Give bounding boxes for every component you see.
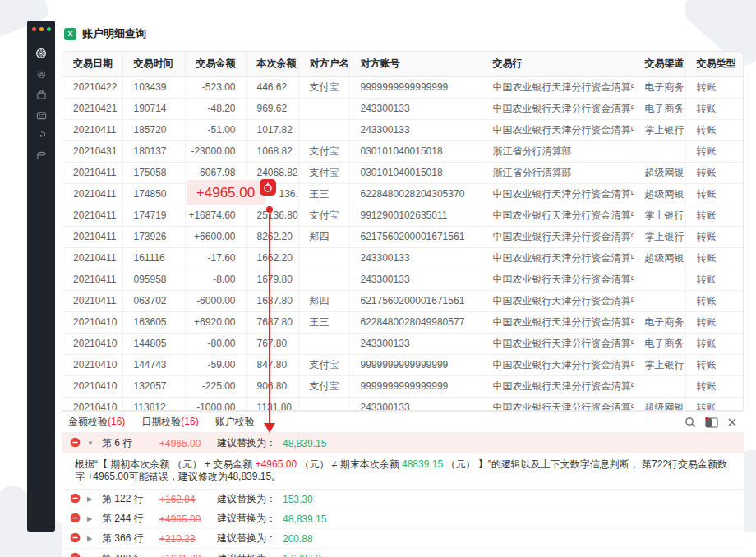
table-row: 20210411174719+16874.6025136.80支付宝991290… (62, 205, 744, 226)
table-cell: 王三 (298, 311, 349, 333)
table-cell: 转账 (685, 76, 744, 98)
briefcase-icon[interactable] (32, 87, 50, 102)
table-cell: 6217560200001671561 (349, 226, 482, 247)
close-window-dot[interactable] (32, 27, 36, 31)
suggest-label: 建议替换为： (217, 492, 276, 506)
annotation-arrow-head (264, 423, 275, 433)
error-circle-icon (70, 493, 81, 506)
table-row: 20210411095958-8.001679.80243300133中国农业银… (62, 269, 744, 290)
table-cell: 446.62 (246, 76, 298, 98)
sidebar (27, 21, 55, 532)
table-cell: 20210410 (62, 333, 122, 354)
table-cell: 支付宝 (298, 205, 349, 226)
table-cell: 20210410 (62, 354, 122, 375)
table-cell: 063702 (122, 290, 185, 311)
error-suggested-value: 1,678.52 (283, 553, 321, 557)
table-cell: 132057 (122, 375, 185, 397)
table-row: 20210411063702-6000.001687.80郑四621756020… (62, 290, 744, 311)
table-cell: 030101040015018 (349, 162, 482, 183)
table-cell: 969.62 (246, 98, 298, 119)
tab-account-check[interactable]: 账户校验 (215, 415, 255, 429)
search-icon[interactable] (685, 417, 696, 428)
table-cell: 9999999999999999 (349, 76, 482, 98)
error-row[interactable]: ▶第 480 行+1681.29建议替换为：1,678.52 (62, 549, 744, 557)
table-cell: 20210421 (62, 98, 122, 119)
table-cell: 767.80 (246, 333, 298, 354)
table-cell (298, 269, 349, 290)
table-cell: 郑四 (298, 290, 349, 311)
table-cell: 20210411 (62, 269, 122, 290)
table-row: 20210410132057-225.00906.80支付宝9999999999… (62, 375, 744, 397)
table-cell: 转账 (685, 290, 744, 311)
error-suggested-value: 153.30 (283, 494, 313, 505)
table-cell: 支付宝 (298, 375, 349, 397)
table-cell: 1687.80 (246, 290, 298, 311)
caret-down-icon[interactable]: ▼ (87, 440, 95, 447)
minimize-window-dot[interactable] (39, 27, 44, 31)
table-cell: -6000.00 (185, 290, 246, 311)
caret-right-icon[interactable]: ▶ (87, 535, 95, 542)
table-cell (634, 375, 685, 397)
tab-date-check[interactable]: 日期校验(16) (141, 415, 198, 429)
column-header: 交易类型 (685, 52, 744, 76)
caret-right-icon[interactable]: ▶ (87, 515, 95, 522)
table-cell: 超级网银 (634, 183, 685, 205)
table-cell: 144805 (122, 333, 185, 354)
window-traffic-lights (27, 21, 55, 31)
table-row: 20210431180137-23000.001068.82支付宝0301010… (62, 140, 744, 162)
table-cell (298, 98, 349, 119)
table-row: 20210410113812-1000.001131.80243300133中国… (62, 397, 744, 411)
table-body: 20210422103439-523.00446.62支付宝9999999999… (62, 76, 744, 411)
column-header: 对方户名 (298, 52, 349, 76)
table-row: 20210411174850136.80王三622848002820430537… (62, 183, 744, 205)
close-icon[interactable] (727, 417, 737, 427)
caret-right-icon[interactable]: ▶ (87, 495, 95, 503)
table-cell: 中国农业银行天津分行资金清算中心 (482, 247, 634, 269)
table-row: 20210422103439-523.00446.62支付宝9999999999… (62, 76, 744, 98)
table-cell: 20210410 (62, 375, 122, 397)
table-cell: 支付宝 (298, 140, 349, 162)
table-cell: 浙江省分行清算部 (482, 162, 634, 183)
maximize-window-dot[interactable] (47, 27, 51, 31)
table-cell (298, 119, 349, 140)
logo-wheel-icon[interactable] (32, 46, 50, 61)
suggest-label: 建议替换为： (217, 552, 276, 557)
table-cell: 20210410 (62, 311, 122, 333)
table-cell: 转账 (685, 397, 744, 411)
error-row-label: 第 6 行 (102, 436, 150, 450)
shield-icon[interactable] (32, 128, 50, 143)
gear-icon[interactable] (32, 67, 50, 81)
database-icon[interactable] (32, 149, 50, 163)
table-cell: 185720 (122, 119, 185, 140)
error-old-value: +4965.00 (159, 513, 210, 525)
table-cell: 243300133 (349, 247, 482, 269)
error-row[interactable]: ▶第 366 行+210.23建议替换为：200.88 (62, 529, 744, 549)
table-cell (298, 397, 349, 411)
table-cell: 转账 (685, 162, 744, 183)
table-cell: 20210411 (62, 205, 122, 226)
table-cell: 中国农业银行天津分行资金清算中心 (482, 311, 634, 333)
table-cell: 8262.20 (246, 226, 298, 247)
error-row[interactable]: ▼第 6 行+4965.00建议替换为：48,839.15 (62, 433, 744, 453)
panel-toggle-icon[interactable] (705, 417, 718, 428)
table-cell: 113812 (122, 397, 185, 411)
table-cell: 243300133 (349, 98, 482, 119)
error-badge[interactable] (260, 179, 276, 196)
table-cell: 中国农业银行天津分行资金清算中心 (482, 354, 634, 375)
table-cell: 中国农业银行天津分行资金清算中心 (482, 119, 634, 140)
table-cell: 1662.20 (246, 247, 298, 269)
error-row[interactable]: ▶第 122 行+162.84建议替换为：153.30 (62, 490, 744, 509)
table-row: 20210411161116-17.601662.20243300133中国农业… (62, 247, 744, 269)
table-cell: -51.00 (185, 119, 246, 140)
tab-amount-check[interactable]: 金额校验(16) (68, 415, 125, 429)
photo-card-icon[interactable] (32, 108, 50, 122)
error-circle-icon (70, 513, 81, 526)
table-cell: 20210411 (62, 247, 122, 269)
table-cell: 中国农业银行天津分行资金清算中心 (482, 226, 634, 247)
table-cell: 9912900102635011 (349, 205, 482, 226)
table-cell: 20210411 (62, 290, 122, 311)
table-cell: 转账 (685, 205, 744, 226)
table-cell: -59.00 (185, 354, 246, 375)
table-cell (634, 140, 685, 162)
error-row[interactable]: ▶第 244 行+4965.00建议替换为：48,839.15 (62, 509, 744, 529)
